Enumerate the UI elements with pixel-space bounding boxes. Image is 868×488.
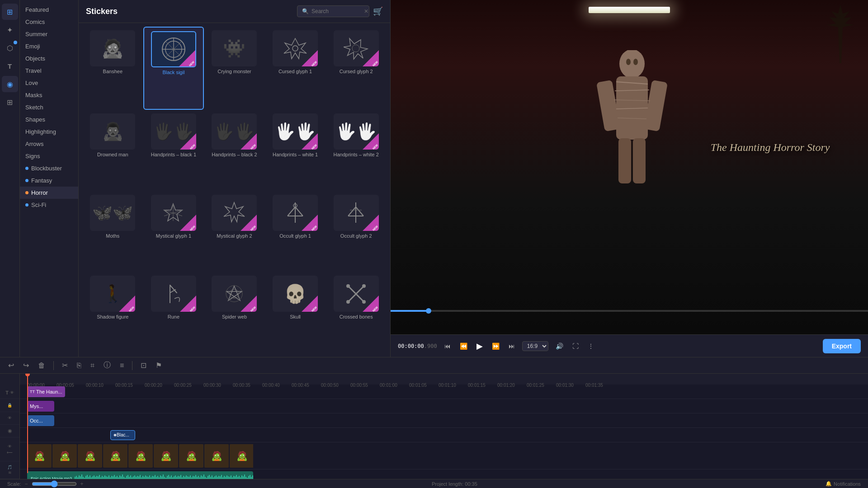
track-lock-icon[interactable]: 🔒 <box>7 403 12 408</box>
track-audio-wave-icon[interactable]: ≋ <box>8 470 12 475</box>
svg-point-6 <box>292 46 298 51</box>
category-fantasy[interactable]: Fantasy <box>20 174 78 187</box>
volume-btn[interactable]: 🔊 <box>554 341 565 352</box>
search-box[interactable]: 🔍 ✕ <box>297 5 369 17</box>
undo-btn[interactable]: ↩ <box>5 359 17 371</box>
waveform-bar <box>108 475 109 479</box>
category-emoji[interactable]: Emoji <box>20 40 78 52</box>
category-signs[interactable]: Signs <box>20 150 78 162</box>
category-masks[interactable]: Masks <box>20 89 78 101</box>
track-sticker-row: ◉ Blac... <box>20 428 868 442</box>
category-featured[interactable]: Featured <box>20 4 78 16</box>
sticker-item-handprints-black-1[interactable]: 🖐🖐 Handprints – black 1 <box>143 110 204 191</box>
caption-btn[interactable]: ⊡ <box>138 359 149 371</box>
sticker-item-moths[interactable]: 🦋🦋 Moths <box>82 191 143 272</box>
skip-to-start-btn[interactable]: ⏮ <box>443 341 453 352</box>
copy-btn[interactable]: ⎘ <box>74 360 84 371</box>
sidebar-item-text[interactable]: T <box>2 58 18 74</box>
track-text-icon: T <box>5 390 9 395</box>
cut-btn[interactable]: ✂ <box>59 359 71 371</box>
waveform-bar <box>228 476 229 479</box>
sidebar-item-elements[interactable]: ⊞ <box>2 94 18 110</box>
sticker-thumb-skull: 💀 <box>273 276 318 312</box>
sticker-item-occult-glyph-1[interactable]: Occult glyph 1 <box>265 191 326 272</box>
cart-icon[interactable]: 🛒 <box>373 6 383 16</box>
delete-btn[interactable]: 🗑 <box>35 360 48 371</box>
sticker-item-skull[interactable]: 💀 Skull <box>265 272 326 353</box>
more-options-btn[interactable]: ⋮ <box>586 341 596 352</box>
sidebar-item-transitions[interactable]: ⬡ <box>2 40 18 56</box>
sticker-item-handprints-white-2[interactable]: 🖐🖐 Handprints – white 2 <box>326 110 387 191</box>
sticker-clip[interactable]: ◉ Blac... <box>110 430 135 440</box>
mys-clip[interactable]: Mys... <box>27 401 54 412</box>
play-btn[interactable]: ▶ <box>475 339 485 353</box>
category-travel[interactable]: Travel <box>20 65 78 77</box>
waveform-bar <box>107 477 108 479</box>
clear-search-icon[interactable]: ✕ <box>364 8 368 14</box>
category-objects[interactable]: Objects <box>20 52 78 65</box>
sticker-item-handprints-black-2[interactable]: 🖐🖐 Handprints – black 2 <box>204 110 265 191</box>
flag-btn[interactable]: ⚑ <box>153 359 165 371</box>
skip-to-end-btn[interactable]: ⏭ <box>507 341 517 352</box>
waveform-bar <box>172 477 173 479</box>
sidebar-item-effects[interactable]: ✦ <box>2 22 18 38</box>
timeline-scroll[interactable]: 00:00:00 00:00:05 00:00:10 00:00:15 00:0… <box>20 374 868 479</box>
sticker-item-banshee[interactable]: 🧟 Banshee <box>82 27 143 110</box>
occ-clip[interactable]: Occ... <box>27 415 54 426</box>
new-badge <box>302 133 318 150</box>
align-btn[interactable]: ≡ <box>117 360 127 371</box>
fullscreen-btn[interactable]: ⛶ <box>571 341 580 352</box>
waveform-bar <box>221 475 222 479</box>
track-audio-icon[interactable]: 🎵 <box>7 465 12 469</box>
audio-waveform[interactable]: Epic Action Movie mp3 <box>27 471 253 479</box>
sticker-label-occult-glyph-2: Occult glyph 2 <box>340 233 372 239</box>
track-video-eye-icon[interactable]: 👁 <box>8 444 12 449</box>
category-horror[interactable]: Horror <box>20 187 78 199</box>
sticker-item-crossed-bones[interactable]: Crossed bones <box>326 272 387 353</box>
track-eye-2-icon[interactable]: 👁 <box>8 416 12 420</box>
category-arrows[interactable]: Arrows <box>20 138 78 150</box>
category-sketch[interactable]: Sketch <box>20 101 78 113</box>
category-highlighting[interactable]: Highlighting <box>20 126 78 138</box>
title-clip[interactable]: TT The Haun... <box>27 386 65 397</box>
sidebar-item-media[interactable]: ⊞ <box>2 4 18 20</box>
aspect-ratio-selector[interactable]: 16:9 <box>522 341 548 351</box>
sticker-item-mystical-glyph-1[interactable]: Mystical glyph 1 <box>143 191 204 272</box>
waveform-bar <box>159 477 160 479</box>
sticker-item-spider-web[interactable]: Spider web <box>204 272 265 353</box>
progress-bar[interactable] <box>391 310 868 312</box>
waveform-bar <box>220 476 221 479</box>
category-shapes[interactable]: Shapes <box>20 113 78 126</box>
category-scifi[interactable]: Sci-Fi <box>20 199 78 211</box>
redo-btn[interactable]: ↪ <box>20 359 32 371</box>
sticker-item-cursed-glyph-1[interactable]: Cursed glyph 1 <box>265 27 326 110</box>
sidebar-item-stickers[interactable]: ◉ <box>2 76 18 92</box>
sticker-item-cursed-glyph-2[interactable]: Cursed glyph 2 <box>326 27 387 110</box>
next-frame-btn[interactable]: ⏩ <box>490 341 501 352</box>
track-eye-icon[interactable]: 👁 <box>10 390 14 395</box>
sticker-item-crying-monster[interactable]: 👾 Crying monster <box>204 27 265 110</box>
waveform-bar <box>75 477 75 479</box>
sticker-item-rune[interactable]: Rune <box>143 272 204 353</box>
sticker-item-occult-glyph-2[interactable]: Occult glyph 2 <box>326 191 387 272</box>
category-summer[interactable]: Summer <box>20 28 78 40</box>
category-comics[interactable]: Comics <box>20 16 78 28</box>
track-sticker-ctrl-icon[interactable]: ◉ <box>8 428 12 434</box>
sticker-item-handprints-white-1[interactable]: 🖐🖐 Handprints – white 1 <box>265 110 326 191</box>
scale-slider[interactable] <box>32 480 77 488</box>
waveform-bar <box>167 476 168 479</box>
sticker-item-shadow-figure[interactable]: 🚶 Shadow figure <box>82 272 143 353</box>
crop-btn[interactable]: ⌗ <box>88 360 97 371</box>
track-video-lock-icon[interactable]: ⟵ <box>7 450 13 455</box>
info-btn[interactable]: ⓘ <box>101 359 113 372</box>
search-input[interactable] <box>311 8 361 14</box>
prev-frame-btn[interactable]: ⏪ <box>458 341 469 352</box>
category-blockbuster[interactable]: Blockbuster <box>20 162 78 174</box>
category-sidebar: Featured Comics Summer Emoji Objects Tra… <box>20 0 79 357</box>
sticker-item-drowned-man[interactable]: 🧟‍♂️ Drowned man <box>82 110 143 191</box>
notifications-btn[interactable]: 🔔 Notifications <box>826 481 861 487</box>
export-button[interactable]: Export <box>823 339 861 353</box>
sticker-item-mystical-glyph-2[interactable]: Mystical glyph 2 <box>204 191 265 272</box>
sticker-item-black-sigil[interactable]: Black sigil <box>143 27 204 110</box>
category-love[interactable]: Love <box>20 77 78 89</box>
